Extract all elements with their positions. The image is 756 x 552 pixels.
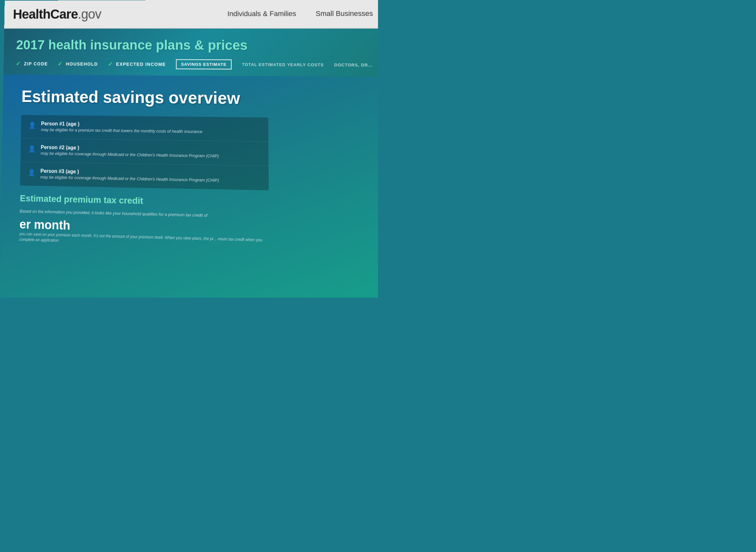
- step-zip-label: ZIP CODE: [24, 61, 48, 66]
- step-expected-income: ✓ EXPECTED INCOME: [108, 60, 166, 67]
- person-1-info: Person #1 (age ) may be eligible for a p…: [41, 121, 260, 136]
- logo-suffix: .gov: [78, 7, 101, 22]
- person-3-info: Person #3 (age ) may be eligible for cov…: [40, 168, 261, 184]
- person-card-3: 👤 Person #3 (age ) may be eligible for c…: [20, 162, 269, 190]
- step-savings-estimate[interactable]: SAVINGS ESTIMATE: [176, 59, 232, 70]
- person-card-1: 👤 Person #1 (age ) may be eligible for a…: [21, 115, 268, 142]
- nav-small-businesses[interactable]: Small Businesses: [316, 10, 373, 18]
- step-savings-label[interactable]: SAVINGS ESTIMATE: [176, 59, 232, 70]
- banner: 2017 health insurance plans & prices ✓ Z…: [3, 29, 378, 77]
- banner-title: 2017 health insurance plans & prices: [16, 37, 369, 53]
- steps-nav: ✓ ZIP CODE ✓ HOUSEHOLD ✓ EXPECTED INCOME…: [16, 59, 370, 70]
- person-1-icon: 👤: [28, 121, 36, 129]
- tax-credit-title: Estimated premium tax credit: [20, 193, 269, 209]
- section-title: Estimated savings overview: [21, 87, 370, 109]
- step-doctors-label: DOCTORS, DR...: [334, 62, 373, 67]
- person-2-info: Person #2 (age ) may be eligible for cov…: [41, 144, 261, 160]
- tax-credit-section: Estimated premium tax credit Based on th…: [19, 193, 269, 249]
- person-3-icon: 👤: [28, 169, 35, 176]
- person-2-icon: 👤: [28, 145, 36, 153]
- step-total-costs: TOTAL ESTIMATED YEARLY COSTS: [242, 62, 324, 67]
- person-cards: 👤 Person #1 (age ) may be eligible for a…: [20, 115, 269, 190]
- step-total-costs-label: TOTAL ESTIMATED YEARLY COSTS: [242, 62, 324, 67]
- step-doctors: DOCTORS, DR...: [334, 62, 373, 67]
- logo-main: HealthCare.gov: [13, 7, 101, 22]
- header: HealthCare.gov Individuals & Families Sm…: [4, 0, 378, 29]
- step-zip-code: ✓ ZIP CODE: [16, 60, 48, 67]
- step-household: ✓ HOUSEHOLD: [58, 60, 98, 67]
- step-income-check: ✓: [108, 60, 113, 67]
- header-nav: Individuals & Families Small Businesses: [228, 10, 373, 18]
- step-household-label: HOUSEHOLD: [66, 61, 98, 66]
- logo-main-text: HealthCare: [13, 7, 78, 22]
- logo-container: HealthCare.gov: [13, 6, 228, 22]
- per-month-section: er month you can save on your premium ea…: [19, 218, 269, 249]
- nav-individuals-families[interactable]: Individuals & Families: [228, 10, 296, 18]
- per-month-label: er month: [19, 218, 70, 233]
- step-household-check: ✓: [58, 60, 63, 67]
- main-content: Estimated savings overview 👤 Person #1 (…: [0, 75, 378, 298]
- person-card-2: 👤 Person #2 (age ) may be eligible for c…: [20, 138, 268, 166]
- step-zip-check: ✓: [16, 60, 21, 67]
- step-income-label: EXPECTED INCOME: [116, 61, 166, 67]
